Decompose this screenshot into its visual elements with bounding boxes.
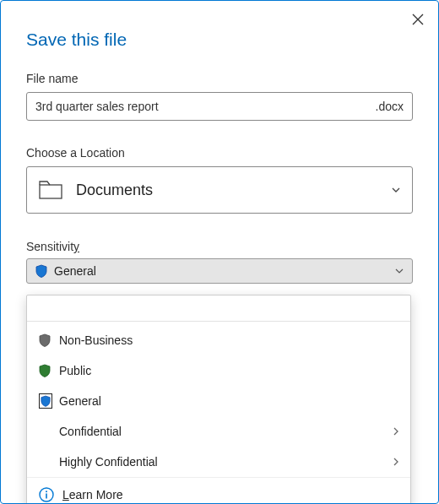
svg-rect-0 xyxy=(40,185,62,198)
shield-icon xyxy=(39,364,51,377)
sensitivity-option-non-business[interactable]: Non-Business xyxy=(27,325,410,355)
divider xyxy=(27,321,410,322)
sensitivity-option-confidential[interactable]: Confidential xyxy=(27,416,410,447)
chevron-right-icon xyxy=(393,458,398,466)
filename-input[interactable] xyxy=(35,100,376,113)
chevron-down-icon xyxy=(392,187,400,192)
dialog-title: Save this file xyxy=(26,30,413,50)
option-label: General xyxy=(59,394,398,408)
file-extension: .docx xyxy=(376,100,404,113)
option-label: Highly Confidential xyxy=(59,455,393,469)
learn-more-label: Learn More xyxy=(62,488,123,501)
chevron-right-icon xyxy=(393,427,398,436)
sensitivity-option-highly-confidential[interactable]: Highly Confidential xyxy=(27,447,410,477)
close-button[interactable] xyxy=(409,11,426,28)
filename-field[interactable]: .docx xyxy=(26,92,413,121)
sensitivity-selected-value: General xyxy=(54,264,395,278)
svg-rect-3 xyxy=(46,493,47,498)
location-label: Choose a Location xyxy=(26,146,413,160)
sensitivity-select[interactable]: General xyxy=(26,258,413,284)
option-label: Confidential xyxy=(59,425,393,438)
sensitivity-dropdown: Non-Business Public General Confidential… xyxy=(26,295,411,504)
sensitivity-option-general[interactable]: General xyxy=(27,386,410,416)
close-icon xyxy=(412,14,424,25)
folder-icon xyxy=(39,181,62,199)
selected-indicator xyxy=(39,393,52,409)
shield-icon xyxy=(35,264,47,278)
option-label: Public xyxy=(59,364,398,377)
learn-more-link[interactable]: Learn More xyxy=(27,477,410,504)
shield-icon xyxy=(39,333,51,347)
sensitivity-option-public[interactable]: Public xyxy=(27,355,410,386)
save-file-dialog: Save this file File name .docx Choose a … xyxy=(1,1,438,301)
info-icon xyxy=(39,487,54,502)
chevron-down-icon xyxy=(395,268,404,274)
location-picker[interactable]: Documents xyxy=(26,166,413,214)
location-value: Documents xyxy=(76,182,392,199)
shield-icon xyxy=(41,395,51,407)
sensitivity-label: Sensitivity xyxy=(26,240,79,253)
filename-label: File name xyxy=(26,72,413,85)
option-label: Non-Business xyxy=(59,333,398,347)
svg-point-2 xyxy=(46,490,47,492)
